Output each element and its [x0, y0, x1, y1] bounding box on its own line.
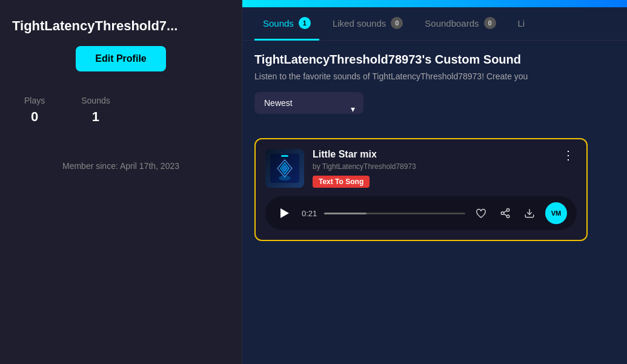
username-title: TightLatencyThreshold7...: [12, 18, 177, 34]
top-banner: [242, 0, 627, 7]
stats-row: Plays 0 Sounds 1: [12, 96, 110, 125]
tab-liked-sounds-badge: 0: [391, 17, 403, 29]
play-icon: [280, 208, 289, 218]
avatar[interactable]: VM: [545, 202, 567, 224]
share-button[interactable]: [497, 205, 514, 222]
heart-icon: [476, 208, 486, 218]
sounds-stat: Sounds 1: [81, 96, 110, 125]
tab-soundboards-label: Soundboards: [425, 18, 479, 28]
svg-rect-1: [281, 155, 288, 157]
song-title: Little Star mix: [313, 149, 551, 160]
sounds-label: Sounds: [81, 96, 110, 105]
card-top: Little Star mix by TightLatencyThreshold…: [265, 149, 577, 188]
tag-badge: Text To Song: [313, 176, 370, 188]
right-panel: Sounds 1 Liked sounds 0 Soundboards 0 Li…: [242, 0, 627, 364]
tab-soundboards[interactable]: Soundboards 0: [416, 7, 504, 41]
tab-li[interactable]: Li: [509, 8, 534, 40]
sort-dropdown[interactable]: Newest Oldest Most played: [254, 92, 363, 114]
sound-card: Little Star mix by TightLatencyThreshold…: [254, 138, 588, 241]
plays-stat: Plays 0: [24, 96, 45, 125]
svg-line-11: [503, 211, 506, 213]
svg-marker-6: [280, 208, 289, 218]
tabs-row: Sounds 1 Liked sounds 0 Soundboards 0 Li: [242, 7, 627, 41]
card-info: Little Star mix by TightLatencyThreshold…: [313, 149, 551, 188]
left-panel: TightLatencyThreshold7... Edit Profile P…: [0, 0, 242, 364]
like-button[interactable]: [473, 205, 489, 222]
song-author: by TightLatencyThreshold78973: [313, 162, 551, 171]
tab-soundboards-badge: 0: [484, 17, 496, 29]
svg-line-10: [503, 214, 506, 216]
sounds-value: 1: [92, 109, 99, 125]
download-icon: [524, 208, 535, 219]
svg-point-5: [279, 176, 291, 180]
svg-point-9: [506, 215, 509, 218]
download-button[interactable]: [521, 205, 538, 222]
section-desc: Listen to the favorite sounds of TightLa…: [254, 71, 615, 81]
card-menu-button[interactable]: ⋮: [560, 149, 577, 161]
player-bar: 0:21: [265, 196, 577, 230]
member-since-text: Member since: April 17th, 2023: [62, 161, 179, 171]
tab-liked-sounds[interactable]: Liked sounds 0: [324, 7, 411, 41]
tab-sounds[interactable]: Sounds 1: [254, 7, 319, 41]
section-title: TightLatencyThreshold78973's Custom Soun…: [254, 53, 615, 67]
tab-sounds-label: Sounds: [263, 18, 294, 28]
svg-point-7: [506, 209, 509, 212]
plays-label: Plays: [24, 96, 45, 105]
play-button[interactable]: [275, 204, 294, 223]
tab-li-label: Li: [518, 18, 525, 28]
sort-dropdown-wrapper[interactable]: Newest Oldest Most played: [254, 92, 363, 126]
album-art: [265, 149, 304, 188]
svg-point-8: [501, 212, 504, 215]
share-icon: [500, 208, 511, 219]
tab-liked-sounds-label: Liked sounds: [333, 18, 386, 28]
content-area: TightLatencyThreshold78973's Custom Soun…: [242, 41, 627, 364]
plays-value: 0: [31, 109, 38, 125]
time-label: 0:21: [302, 209, 317, 218]
tab-sounds-badge: 1: [299, 17, 311, 29]
album-art-svg: [270, 154, 299, 183]
edit-profile-button[interactable]: Edit Profile: [76, 46, 165, 71]
progress-track[interactable]: [324, 213, 465, 214]
progress-fill: [324, 213, 367, 214]
